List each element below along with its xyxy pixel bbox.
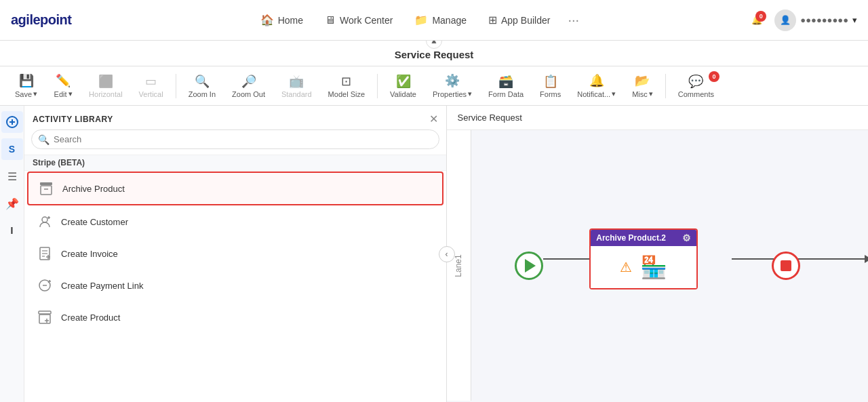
svg-rect-21 (39, 311, 51, 314)
end-stop-icon (781, 260, 791, 271)
nav-item-manage[interactable]: 📁 Manage (405, 8, 476, 32)
zoom-out-label: Zoom Out (232, 90, 265, 98)
sidebar-item-create-customer[interactable]: Create Customer (27, 206, 443, 237)
misc-button[interactable]: 📂 Misc ▾ (625, 71, 660, 101)
properties-icon: ⚙️ (445, 73, 460, 88)
sidebar-item-create-payment-link[interactable]: Create Payment Link (27, 270, 443, 301)
validate-icon: ✅ (396, 74, 411, 89)
nav-manage-label: Manage (432, 15, 467, 26)
form-data-button[interactable]: 🗃️ Form Data (481, 71, 530, 101)
validate-button[interactable]: ✅ Validate (383, 71, 423, 101)
zoom-in-button[interactable]: 🔍 Zoom In (182, 71, 222, 101)
zoom-out-icon: 🔎 (241, 74, 256, 89)
sidebar-item-create-product[interactable]: Create Product (27, 302, 443, 333)
main-layout: S ☰ 📌 I ACTIVITY LIBRARY ✕ 🔍 Stripe (BET… (0, 106, 868, 402)
toolbar: 💾 Save ▾ ✏️ Edit ▾ ⬛ Horizontal ▭ Vertic… (0, 66, 868, 106)
nav-work-center-label: Work Center (340, 15, 393, 26)
model-size-button[interactable]: ⊡ Model Size (321, 71, 372, 101)
save-icon: 💾 (19, 73, 34, 88)
activity-gear-icon[interactable]: ⚙ (682, 233, 691, 243)
comments-badge: 0 (709, 71, 719, 82)
edit-label: Edit ▾ (54, 89, 73, 98)
end-node[interactable] (772, 252, 800, 280)
add-activity-button[interactable] (1, 111, 23, 133)
nav-item-app-builder[interactable]: ⊞ App Builder (479, 8, 559, 32)
nav-more-button[interactable]: ··· (562, 7, 585, 33)
horizontal-button: ⬛ Horizontal (82, 71, 130, 101)
misc-label: Misc ▾ (632, 89, 653, 98)
sidebar-search: 🔍 (24, 129, 446, 155)
arrowhead-end (865, 255, 868, 263)
user-name: ●●●●●●●●● (800, 15, 848, 25)
horizontal-label: Horizontal (89, 90, 123, 98)
model-size-label: Model Size (328, 90, 365, 98)
misc-icon: 📂 (635, 73, 650, 88)
notifications-button[interactable]: 🔔 Notificat... ▾ (570, 71, 623, 101)
home-icon: 🏠 (260, 14, 274, 26)
sidebar-icon-pin[interactable]: 📌 (1, 193, 23, 214)
svg-point-6 (42, 217, 47, 222)
toolbar-separator-2 (377, 74, 378, 98)
bell-button[interactable]: 🔔 0 (747, 11, 766, 29)
edit-icon: ✏️ (56, 73, 71, 88)
activity-name: Archive Product.2 (596, 233, 666, 243)
standard-button: 📺 Standard (275, 71, 319, 101)
forms-button[interactable]: 📋 Forms (533, 71, 568, 101)
sidebar-icon-i[interactable]: I (1, 220, 23, 241)
zoom-in-icon: 🔍 (195, 74, 210, 89)
search-input[interactable] (31, 129, 439, 149)
create-product-icon (35, 308, 54, 327)
nav-right: 🔔 0 👤 ●●●●●●●●● ▾ (747, 9, 857, 31)
vertical-button: ▭ Vertical (132, 71, 170, 101)
properties-button[interactable]: ⚙️ Properties ▾ (426, 71, 479, 101)
model-size-icon: ⊡ (341, 74, 351, 89)
user-area[interactable]: 👤 ●●●●●●●●● ▾ (774, 9, 857, 31)
form-data-icon: 🗃️ (498, 74, 513, 89)
nav-home-label: Home (278, 15, 303, 26)
bell-badge: 0 (755, 11, 766, 22)
svg-rect-3 (40, 182, 52, 185)
properties-label: Properties ▾ (433, 89, 472, 98)
sidebar-icon-s[interactable]: S (1, 138, 23, 160)
folder-icon: 📁 (414, 14, 428, 26)
activity-body: ⚠ 🏪 (591, 246, 696, 288)
comments-button[interactable]: 💬 Comments 0 (671, 71, 721, 101)
save-button[interactable]: 💾 Save ▾ (8, 71, 44, 101)
nav-item-work-center[interactable]: 🖥 Work Center (315, 9, 402, 32)
vertical-label: Vertical (139, 90, 163, 98)
logo-text: agilepoint (11, 12, 71, 28)
form-data-label: Form Data (488, 90, 524, 98)
create-customer-icon (35, 212, 54, 231)
sidebar-item-archive-product[interactable]: Archive Product (27, 172, 443, 205)
sidebar-header: ACTIVITY LIBRARY ✕ (24, 106, 446, 129)
create-payment-link-icon (35, 276, 54, 295)
nav-item-home[interactable]: 🏠 Home (251, 8, 313, 32)
sidebar-item-create-invoice[interactable]: Create Invoice (27, 238, 443, 269)
validate-label: Validate (390, 90, 416, 98)
forms-icon: 📋 (543, 74, 558, 89)
grid-icon: ⊞ (488, 14, 497, 26)
edit-button[interactable]: ✏️ Edit ▾ (47, 71, 79, 101)
arrow-activity-to-end (732, 258, 867, 260)
sidebar-collapse-button[interactable]: ‹ (439, 246, 455, 262)
canvas-content[interactable]: Lane1 Archive Product.2 ⚙ ⚠ (447, 130, 869, 401)
toolbar-separator-3 (665, 74, 666, 98)
svg-rect-22 (39, 315, 50, 323)
title-bar: ▲ Service Request (0, 41, 868, 66)
sidebar-items-list: Archive Product Create Customer (24, 171, 446, 402)
sidebar-close-button[interactable]: ✕ (429, 113, 438, 125)
flow-container: Lane1 Archive Product.2 ⚙ ⚠ (447, 130, 869, 401)
archive-product-icon (37, 179, 56, 198)
sidebar-icon-list[interactable]: ☰ (1, 165, 23, 187)
zoom-out-button[interactable]: 🔎 Zoom Out (225, 71, 272, 101)
save-label: Save ▾ (15, 89, 37, 98)
monitor-icon: 🖥 (325, 14, 336, 26)
sidebar-item-label-create-invoice: Create Invoice (61, 249, 118, 259)
svg-rect-4 (41, 186, 52, 195)
comments-icon: 💬 (688, 74, 703, 89)
activity-node[interactable]: Archive Product.2 ⚙ ⚠ 🏪 (589, 228, 698, 289)
standard-label: Standard (281, 90, 312, 98)
logo: agilepoint (11, 12, 71, 28)
start-node[interactable] (515, 252, 543, 280)
activity-body-icon: 🏪 (640, 254, 667, 280)
